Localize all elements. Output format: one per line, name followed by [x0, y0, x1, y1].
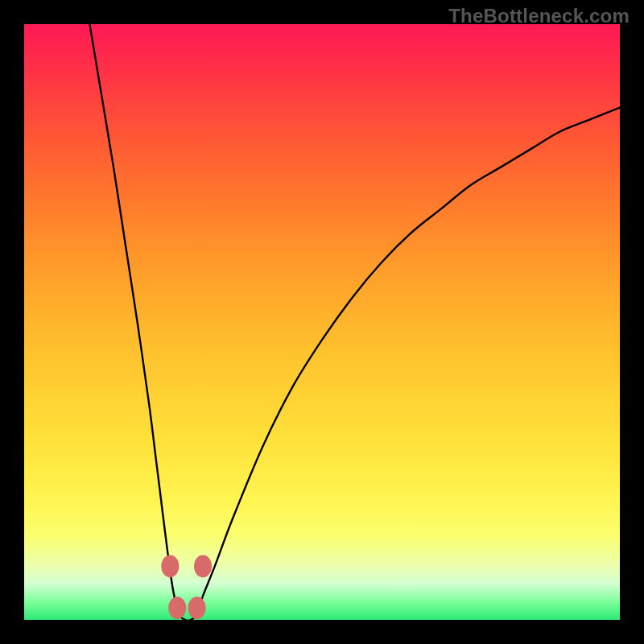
curve-markers: [161, 555, 212, 619]
chart-frame: TheBottleneck.com: [0, 0, 644, 644]
curve-layer: [24, 24, 620, 620]
marker-dot: [168, 597, 186, 619]
bottleneck-curve: [89, 24, 620, 620]
marker-dot: [194, 555, 212, 577]
plot-area: [24, 24, 620, 620]
marker-dot: [161, 555, 179, 577]
marker-dot: [188, 597, 206, 619]
